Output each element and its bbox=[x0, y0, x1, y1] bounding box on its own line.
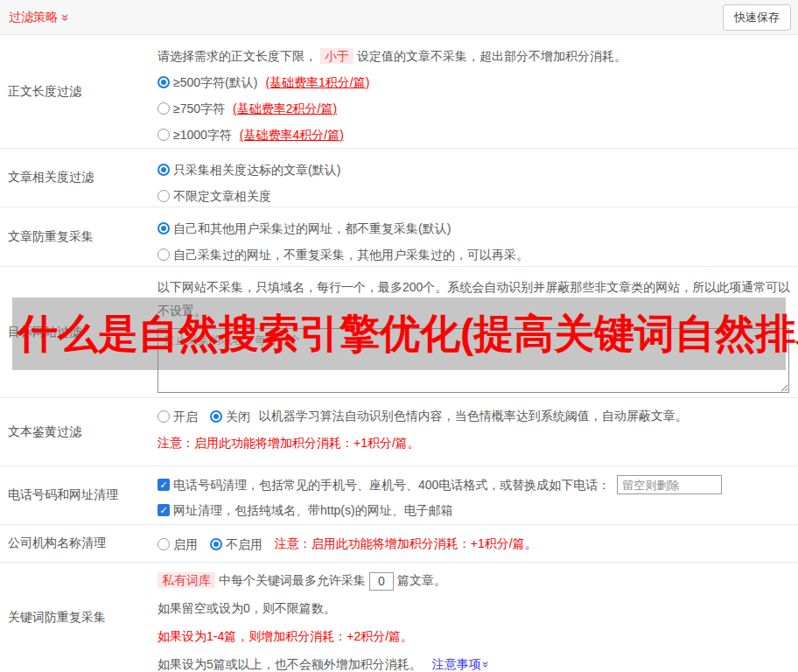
relevance-option-any[interactable]: 不限定文章相关度 bbox=[158, 187, 791, 205]
floating-ad-overlay[interactable]: 什么是自然搜索引擎优化(提高关键词自然排名 bbox=[12, 298, 786, 370]
dedup-option-global[interactable]: 自己和其他用户采集过的网址，都不重复采集(默认) bbox=[158, 220, 791, 237]
option-label: 不启用 bbox=[226, 536, 262, 553]
phone-clean-label: 电话号码清理，包括常见的手机号、座机号、400电话格式，或替换成如下电话： bbox=[173, 476, 610, 494]
double-chevron-down-icon: « bbox=[479, 662, 490, 668]
option-label: 开启 bbox=[173, 408, 198, 425]
radio-selected-icon[interactable] bbox=[158, 222, 170, 234]
keyword-note-five: 如果设为5篇或以上，也不会额外增加积分消耗。 注意事项« bbox=[158, 655, 791, 672]
row-label: 关键词防重复采集 bbox=[0, 563, 158, 672]
porn-option-off[interactable]: 关闭 bbox=[210, 408, 250, 425]
company-option-off[interactable]: 不启用 bbox=[210, 536, 262, 553]
radio-selected-icon[interactable] bbox=[210, 410, 222, 423]
relevance-option-strict[interactable]: 只采集相关度达标的文章(默认) bbox=[158, 161, 791, 178]
row-label: 公司机构名称清理 bbox=[0, 525, 158, 562]
option-label: 不限定文章相关度 bbox=[173, 187, 271, 205]
row-label: 正文长度过滤 bbox=[0, 35, 158, 148]
intro-text-pre: 请选择需求的正文长度下限， bbox=[158, 49, 317, 63]
row-content-length-filter: 请选择需求的正文长度下限，小于设定值的文章不采集，超出部分不增加积分消耗。 ≥5… bbox=[158, 35, 798, 148]
row-dedup-filter: 文章防重复采集 自己和其他用户采集过的网址，都不重复采集(默认) 自己采集过的网… bbox=[0, 207, 798, 267]
row-phone-url-clean: 电话号码和网址清理 电话号码清理，包括常见的手机号、座机号、400电话格式，或替… bbox=[0, 466, 798, 525]
header-bar: 过滤策略 « 快速保存 bbox=[0, 0, 798, 35]
radio-selected-icon[interactable] bbox=[158, 164, 170, 176]
option-label: ≥750字符 bbox=[173, 100, 225, 117]
checkbox-checked-icon[interactable] bbox=[158, 504, 170, 516]
radio-icon[interactable] bbox=[158, 129, 170, 141]
length-option-1000[interactable]: ≥1000字符 (基础费率4积分/篇) bbox=[158, 126, 791, 144]
option-label: ≥500字符(默认) bbox=[173, 74, 257, 91]
limit-text-mid: 中每个关键词最多允许采集 bbox=[219, 573, 366, 587]
porn-option-on[interactable]: 开启 bbox=[158, 408, 198, 425]
radio-icon[interactable] bbox=[158, 190, 170, 202]
row-content-company: 启用 不启用 注意：启用此功能将增加积分消耗：+1积分/篇。 bbox=[158, 525, 798, 562]
company-clean-cost-note: 注意：启用此功能将增加积分消耗：+1积分/篇。 bbox=[275, 536, 537, 550]
radio-icon[interactable] bbox=[158, 538, 170, 550]
radio-icon[interactable] bbox=[158, 248, 170, 261]
replacement-phone-input[interactable] bbox=[617, 475, 722, 494]
option-label: 关闭 bbox=[226, 408, 250, 425]
checkbox-checked-icon[interactable] bbox=[158, 479, 170, 491]
option-fee-note: (基础费率2积分/篇) bbox=[233, 100, 337, 117]
length-option-750[interactable]: ≥750字符 (基础费率2积分/篇) bbox=[158, 100, 791, 117]
private-thesaurus-badge: 私有词库 bbox=[158, 572, 215, 588]
option-label: ≥1000字符 bbox=[173, 126, 232, 144]
row-content-keyword-dedup: 私有词库中每个关键词最多允许采集篇文章。 如果留空或设为0，则不限篇数。 如果设… bbox=[158, 563, 798, 672]
filter-strategy-page: 过滤策略 « 快速保存 正文长度过滤 请选择需求的正文长度下限，小于设定值的文章… bbox=[0, 0, 798, 672]
option-label: 只采集相关度达标的文章(默认) bbox=[173, 161, 340, 178]
double-chevron-down-icon: « bbox=[58, 14, 70, 21]
option-fee-note: (基础费率1积分/篇) bbox=[265, 74, 369, 91]
row-label: 文章防重复采集 bbox=[0, 207, 158, 266]
row-content-relevance: 只采集相关度达标的文章(默认) 不限定文章相关度 bbox=[158, 149, 798, 206]
porn-filter-options: 开启 关闭 以机器学习算法自动识别色情内容，当色情概率达到系统阈值，自动屏蔽文章… bbox=[158, 407, 791, 425]
row-length-filter: 正文长度过滤 请选择需求的正文长度下限，小于设定值的文章不采集，超出部分不增加积… bbox=[0, 35, 798, 149]
radio-icon[interactable] bbox=[158, 410, 170, 423]
row-content-phone-url: 电话号码清理，包括常见的手机号、座机号、400电话格式，或替换成如下电话： 网址… bbox=[158, 466, 798, 524]
radio-icon[interactable] bbox=[158, 102, 170, 115]
row-label: 文章相关度过滤 bbox=[0, 149, 158, 206]
url-clean-label: 网址清理，包括纯域名、带http(s)的网址、电子邮箱 bbox=[173, 501, 453, 519]
company-clean-options: 启用 不启用 注意：启用此功能将增加积分消耗：+1积分/篇。 bbox=[158, 535, 791, 553]
phone-clean-item[interactable]: 电话号码清理，包括常见的手机号、座机号、400电话格式，或替换成如下电话： bbox=[158, 475, 791, 494]
quick-save-button[interactable]: 快速保存 bbox=[723, 4, 791, 31]
option-fee-note: (基础费率4积分/篇) bbox=[240, 126, 344, 144]
ad-overlay-text: 什么是自然搜索引擎优化(提高关键词自然排名 bbox=[18, 307, 798, 361]
url-clean-item[interactable]: 网址清理，包括纯域名、带http(s)的网址、电子邮箱 bbox=[158, 501, 791, 519]
row-content-porn-filter: 开启 关闭 以机器学习算法自动识别色情内容，当色情概率达到系统阈值，自动屏蔽文章… bbox=[158, 398, 798, 466]
row-relevance-filter: 文章相关度过滤 只采集相关度达标的文章(默认) 不限定文章相关度 bbox=[0, 149, 798, 207]
option-label: 自己和其他用户采集过的网址，都不重复采集(默认) bbox=[173, 220, 451, 237]
row-keyword-dedup: 关键词防重复采集 私有词库中每个关键词最多允许采集篇文章。 如果留空或设为0，则… bbox=[0, 563, 798, 672]
notice-link[interactable]: 注意事项« bbox=[432, 657, 487, 671]
keyword-limit-input[interactable] bbox=[369, 572, 394, 591]
keyword-note-zero: 如果留空或设为0，则不限篇数。 bbox=[158, 599, 791, 617]
length-option-500[interactable]: ≥500字符(默认) (基础费率1积分/篇) bbox=[158, 74, 791, 91]
porn-filter-description: 以机器学习算法自动识别色情内容，当色情概率达到系统阈值，自动屏蔽文章。 bbox=[259, 409, 688, 423]
section-title-toggle[interactable]: 过滤策略 « bbox=[9, 10, 67, 25]
porn-filter-cost-note: 注意：启用此功能将增加积分消耗：+1积分/篇。 bbox=[158, 434, 791, 452]
link-label: 注意事项 bbox=[432, 657, 481, 671]
row-content-dedup: 自己和其他用户采集过的网址，都不重复采集(默认) 自己采集过的网址，不重复采集，… bbox=[158, 207, 798, 266]
option-label: 自己采集过的网址，不重复采集，其他用户采集过的，可以再采。 bbox=[173, 246, 528, 263]
page-title: 过滤策略 bbox=[9, 10, 58, 25]
keyword-note-cost: 如果设为1-4篇，则增加积分消耗：+2积分/篇。 bbox=[158, 627, 791, 645]
row-label: 电话号码和网址清理 bbox=[0, 466, 158, 524]
keyword-limit-line: 私有词库中每个关键词最多允许采集篇文章。 bbox=[158, 571, 791, 591]
intro-text-post: 设定值的文章不采集，超出部分不增加积分消耗。 bbox=[357, 49, 626, 63]
less-than-badge: 小于 bbox=[320, 48, 354, 64]
row-company-clean: 公司机构名称清理 启用 不启用 注意：启用此功能将增加积分消耗：+1积分/篇。 bbox=[0, 525, 798, 563]
radio-selected-icon[interactable] bbox=[210, 538, 222, 550]
company-option-on[interactable]: 启用 bbox=[158, 536, 198, 553]
length-intro: 请选择需求的正文长度下限，小于设定值的文章不采集，超出部分不增加积分消耗。 bbox=[158, 47, 791, 65]
note-text: 如果设为5篇或以上，也不会额外增加积分消耗。 bbox=[158, 657, 422, 671]
row-porn-filter: 文本鉴黄过滤 开启 关闭 以机器学习算法自动识别色情内容，当色情概率达到系统阈值… bbox=[0, 398, 798, 466]
option-label: 启用 bbox=[173, 536, 198, 553]
row-label: 文本鉴黄过滤 bbox=[0, 398, 158, 466]
limit-text-end: 篇文章。 bbox=[397, 573, 446, 587]
radio-selected-icon[interactable] bbox=[158, 76, 170, 88]
dedup-option-self[interactable]: 自己采集过的网址，不重复采集，其他用户采集过的，可以再采。 bbox=[158, 246, 791, 263]
